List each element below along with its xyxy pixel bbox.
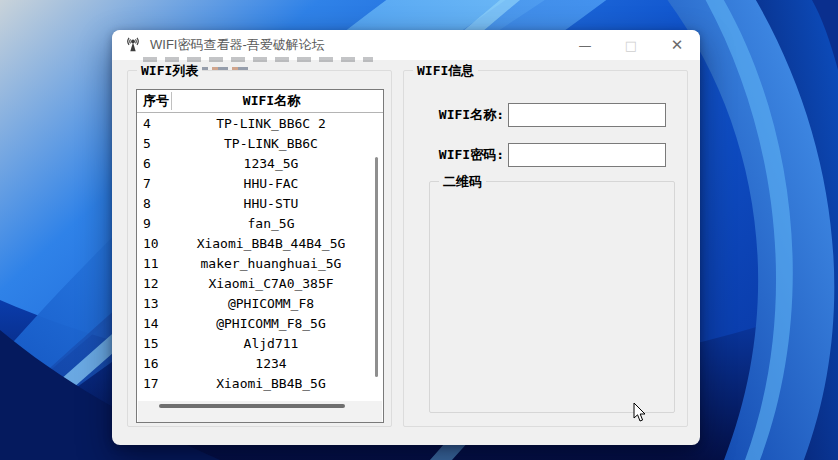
table-row[interactable]: 8HHU-STU	[137, 193, 383, 213]
window-controls: — □ ✕	[562, 30, 700, 60]
row-index: 8	[137, 196, 171, 211]
wifi-name-input[interactable]	[508, 103, 666, 127]
row-index: 11	[137, 256, 171, 271]
column-header-name[interactable]: WIFI名称	[172, 92, 383, 110]
wifi-info-group: WIFI信息 WIFI名称: WIFI密码: 二维码	[403, 70, 688, 427]
table-row[interactable]: 7HHU-FAC	[137, 173, 383, 193]
qr-code-group: 二维码	[429, 181, 675, 413]
row-index: 15	[137, 336, 171, 351]
row-index: 14	[137, 316, 171, 331]
table-row[interactable]: 5TP-LINK_BB6C	[137, 133, 383, 153]
wifi-password-input[interactable]	[508, 143, 666, 167]
table-row[interactable]: 4TP-LINK_BB6C 2	[137, 113, 383, 133]
mouse-cursor	[633, 402, 649, 424]
wifi-password-label: WIFI密码:	[404, 146, 504, 164]
maximize-icon: □	[625, 38, 637, 53]
wifi-name: 1234	[171, 356, 383, 371]
row-index: 12	[137, 276, 171, 291]
maximize-button[interactable]: □	[608, 30, 654, 60]
title-bar[interactable]: WIFI密码查看器-吾爱破解论坛 — □ ✕	[112, 30, 700, 60]
qr-code-group-label: 二维码	[439, 173, 486, 191]
wifi-name: HHU-FAC	[171, 176, 383, 191]
wifi-list-group: WIFI列表 序号 WIFI名称 4TP-LINK_BB6C 25TP-LINK…	[127, 70, 392, 427]
row-index: 9	[137, 216, 171, 231]
horizontal-scrollbar[interactable]	[159, 404, 345, 408]
wifi-name: 1234_5G	[171, 156, 383, 171]
table-row[interactable]: 9fan_5G	[137, 213, 383, 233]
vertical-scrollbar[interactable]	[375, 157, 378, 377]
wifi-name: Xiaomi_BB4B_5G	[171, 376, 383, 391]
wifi-name: maker_huanghuai_5G	[171, 256, 383, 271]
wifi-name: TP-LINK_BB6C	[171, 136, 383, 151]
wifi-list[interactable]: 序号 WIFI名称 4TP-LINK_BB6C 25TP-LINK_BB6C61…	[136, 89, 384, 423]
row-index: 17	[137, 376, 171, 391]
wifi-name: Xiaomi_C7A0_385F	[171, 276, 383, 291]
wifi-name-row: WIFI名称:	[404, 103, 687, 127]
table-row[interactable]: 11maker_huanghuai_5G	[137, 253, 383, 273]
close-icon: ✕	[671, 36, 684, 54]
window-title: WIFI密码查看器-吾爱破解论坛	[150, 36, 562, 54]
wifi-name: TP-LINK_BB6C 2	[171, 116, 383, 131]
row-index: 5	[137, 136, 171, 151]
row-index: 13	[137, 296, 171, 311]
minimize-icon: —	[579, 38, 592, 53]
row-index: 10	[137, 236, 171, 251]
table-row[interactable]: 61234_5G	[137, 153, 383, 173]
row-index: 4	[137, 116, 171, 131]
wifi-name: @PHICOMM_F8	[171, 296, 383, 311]
wifi-password-row: WIFI密码:	[404, 143, 687, 167]
table-row[interactable]: 14@PHICOMM_F8_5G	[137, 313, 383, 333]
table-row[interactable]: 10Xiaomi_BB4B_44B4_5G	[137, 233, 383, 253]
table-row[interactable]: 15Aljd711	[137, 333, 383, 353]
wifi-name: HHU-STU	[171, 196, 383, 211]
table-row[interactable]: 161234	[137, 353, 383, 373]
table-row[interactable]: 13@PHICOMM_F8	[137, 293, 383, 313]
wifi-list-group-label: WIFI列表	[137, 62, 202, 80]
row-index: 6	[137, 156, 171, 171]
antenna-app-icon	[124, 36, 142, 54]
wifi-name: Xiaomi_BB4B_44B4_5G	[171, 236, 383, 251]
close-button[interactable]: ✕	[654, 30, 700, 60]
wifi-info-group-label: WIFI信息	[413, 62, 478, 80]
wifi-name: Aljd711	[171, 336, 383, 351]
table-row[interactable]: 17Xiaomi_BB4B_5G	[137, 373, 383, 393]
row-index: 16	[137, 356, 171, 371]
wifi-name: @PHICOMM_F8_5G	[171, 316, 383, 331]
app-window: WIFI密码查看器-吾爱破解论坛 — □ ✕ WIFI列表 序号 WIFI名称 …	[112, 30, 700, 445]
minimize-button[interactable]: —	[562, 30, 608, 60]
table-row[interactable]: 12Xiaomi_C7A0_385F	[137, 273, 383, 293]
wifi-list-rows: 4TP-LINK_BB6C 25TP-LINK_BB6C61234_5G7HHU…	[137, 113, 383, 401]
wifi-name-label: WIFI名称:	[404, 106, 504, 124]
column-header-index[interactable]: 序号	[137, 92, 171, 110]
wifi-name: fan_5G	[171, 216, 383, 231]
desktop: { "window": { "title": "WIFI密码查看器-吾爱破解论坛…	[0, 0, 838, 460]
wifi-list-header: 序号 WIFI名称	[137, 90, 383, 113]
row-index: 7	[137, 176, 171, 191]
